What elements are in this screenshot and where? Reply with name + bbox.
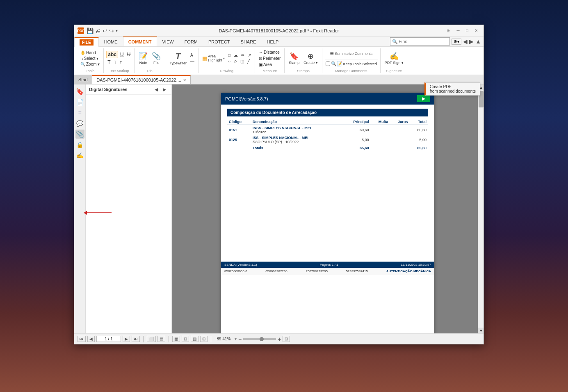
create-stamp-button[interactable]: ⊕ Create ▾	[302, 51, 319, 66]
tab-form[interactable]: FORM	[179, 36, 203, 46]
area-button[interactable]: ▣ Area	[258, 62, 282, 67]
page-layout3-button[interactable]: ▥	[191, 336, 198, 342]
typewriter-button[interactable]: T Typewriter	[168, 51, 188, 66]
nav-next-button[interactable]: ▶	[469, 38, 474, 45]
tab-view[interactable]: VIEW	[157, 36, 179, 46]
tab-start[interactable]: Start	[74, 75, 92, 84]
pdf-area[interactable]: PGMEI(Versão:5.8.7) ▶ Composição do Docu…	[172, 84, 484, 333]
create-pdf-popup[interactable]: Create PDF from scanned documents	[424, 84, 480, 96]
page-input[interactable]	[96, 336, 121, 342]
zoom-slider-thumb[interactable]	[260, 337, 264, 341]
zoom-slider[interactable]	[243, 338, 276, 340]
redo-quick-icon[interactable]: ↪	[109, 27, 114, 34]
page-layout2-button[interactable]: ⊟	[182, 336, 189, 342]
line-button[interactable]: ╱	[246, 59, 251, 64]
keep-tools-checkbox[interactable]	[326, 62, 330, 66]
rect-shape-button[interactable]: □	[227, 52, 232, 58]
summarize-comments-button[interactable]: ≡ Summarize Comments	[325, 49, 378, 58]
sidebar-icon-comments[interactable]: 💬	[75, 119, 84, 128]
sidebar-icon-pages[interactable]: 📄	[75, 98, 84, 107]
ribbon-expand-button[interactable]: ▲	[475, 38, 481, 45]
tab-document[interactable]: DAS-PGMEI-44076181000105-AC2022.... ✕	[92, 75, 191, 84]
eraser-button[interactable]: ◫	[239, 59, 245, 64]
tab-help[interactable]: HELP	[261, 36, 284, 46]
hand-tool-button[interactable]: ✋ Hand	[79, 50, 101, 55]
file-attach-button[interactable]: 📎 File	[150, 51, 162, 66]
cloud-shape-button[interactable]: ☁	[233, 52, 239, 58]
prev-page-button[interactable]: ◀	[87, 336, 95, 342]
zoom-out-button[interactable]: −	[238, 336, 242, 342]
tab-close-button[interactable]: ✕	[183, 78, 186, 82]
autenticacao-code2: 656003282230	[265, 269, 287, 273]
cursor-button[interactable]: ↗	[246, 52, 252, 58]
text-markup-row1: abc U U	[106, 51, 132, 58]
sidebar-icon-bookmarks[interactable]: 🔖	[75, 87, 84, 96]
window-title: DAS-PGMEI-44076181000105-AC2022.pdf * - …	[219, 28, 339, 33]
customize-quick-icon[interactable]: ▾	[116, 28, 118, 33]
pdf-nav-bar: PGMEI(Versão:5.8.7) ▶	[221, 93, 434, 105]
sidebar-icon-attachments[interactable]: 📎	[75, 130, 84, 139]
pdf-sign-button[interactable]: ✍ PDF Sign ▾	[383, 51, 405, 66]
single-page-button[interactable]: ⬜	[147, 336, 156, 342]
perimeter-button[interactable]: ⊡ Perimeter	[258, 56, 282, 61]
page-layout1-button[interactable]: ▦	[172, 336, 180, 342]
distance-button[interactable]: ↔ Distance	[258, 50, 282, 55]
fit-page-button[interactable]: ⊡	[283, 336, 290, 342]
nav-prev-button[interactable]: ◀	[463, 38, 468, 45]
sidebar-icon-layers[interactable]: ≡	[75, 108, 84, 117]
tab-comment[interactable]: COMMENT	[123, 36, 157, 46]
tab-home[interactable]: HOME	[99, 36, 123, 46]
right-scrollbar[interactable]: ▲ ▼	[478, 84, 484, 333]
panel-collapse-button[interactable]: ►	[161, 86, 168, 93]
search-input[interactable]	[399, 39, 448, 44]
first-page-button[interactable]: ⏮	[78, 336, 86, 342]
continuous-page-button[interactable]: ▤	[157, 336, 165, 342]
sidebar-icon-signatures[interactable]: ✍	[75, 151, 84, 160]
select-tool-button[interactable]: Iₐ Select ▾	[79, 56, 101, 61]
typewriter-dash-button[interactable]: —	[189, 59, 196, 64]
drawing-group-label: Drawing	[201, 68, 252, 73]
tab-protect[interactable]: PROTECT	[203, 36, 235, 46]
page-layout4-button[interactable]: ⊞	[200, 336, 208, 342]
search-options-button[interactable]: ⚙▾	[452, 39, 461, 45]
tab-share[interactable]: SHARE	[235, 36, 262, 46]
text-style1-button[interactable]: T	[106, 59, 112, 66]
title-bar-left: PDF 💾 🖨 ↩ ↪ ▾	[78, 27, 118, 34]
save-quick-icon[interactable]: 💾	[87, 27, 94, 34]
left-sidebar: 🔖 📄 ≡ 💬 📎 🔒 ✍	[74, 84, 86, 333]
next-page-button[interactable]: ▶	[123, 336, 130, 342]
typewriter-dash-icon: —	[190, 59, 194, 64]
scroll-down-button[interactable]: ▼	[478, 328, 484, 333]
minimize-button[interactable]: ─	[454, 27, 462, 34]
pdf-next-button[interactable]: ▶	[417, 95, 430, 102]
pencil-button[interactable]: ✏	[240, 52, 246, 58]
ribbon-group-manage-comments: ≡ Summarize Comments 🔍📝 Keep Tools Selec…	[322, 48, 381, 73]
oval-button[interactable]: ○	[227, 59, 232, 64]
panel-expand-button[interactable]: ◄	[153, 86, 160, 93]
diamond-button[interactable]: ◇	[233, 59, 238, 64]
print-quick-icon[interactable]: 🖨	[95, 27, 101, 34]
stamp-button[interactable]: 🔖 Stamp	[287, 51, 301, 66]
strikethrough-button[interactable]: U	[126, 51, 132, 58]
zoom-in-button[interactable]: +	[278, 336, 281, 342]
highlight-text-button[interactable]: abc	[106, 51, 118, 58]
text-style2-button[interactable]: T	[113, 59, 118, 66]
create-pdf-line2: from scanned documents	[430, 89, 476, 93]
pin-items: 📝 Note 📎 File	[137, 48, 162, 68]
sidebar-icon-lock[interactable]: 🔒	[75, 140, 84, 149]
text-markup-col1: abc U U T	[106, 51, 132, 66]
col-header-denominacao: Denominação	[251, 119, 342, 125]
maximize-button[interactable]: □	[463, 27, 471, 34]
zoom-tool-button[interactable]: 🔍 Zoom ▾	[79, 62, 101, 67]
typewriter-a-button[interactable]: A	[189, 52, 196, 58]
area-highlight-button[interactable]: ▦ AreaHighlight ▾	[201, 54, 226, 63]
undo-quick-icon[interactable]: ↩	[103, 27, 107, 34]
signature-group-label: Signature	[383, 68, 405, 73]
tab-file[interactable]: FILE	[74, 37, 99, 47]
underline-button[interactable]: U	[119, 51, 125, 58]
last-page-button[interactable]: ⏭	[132, 336, 140, 342]
close-button[interactable]: ✕	[472, 27, 480, 34]
note-button[interactable]: 📝 Note	[137, 51, 149, 66]
text-style3-button[interactable]: T	[119, 59, 123, 66]
text-style2-icon: T	[114, 60, 116, 65]
